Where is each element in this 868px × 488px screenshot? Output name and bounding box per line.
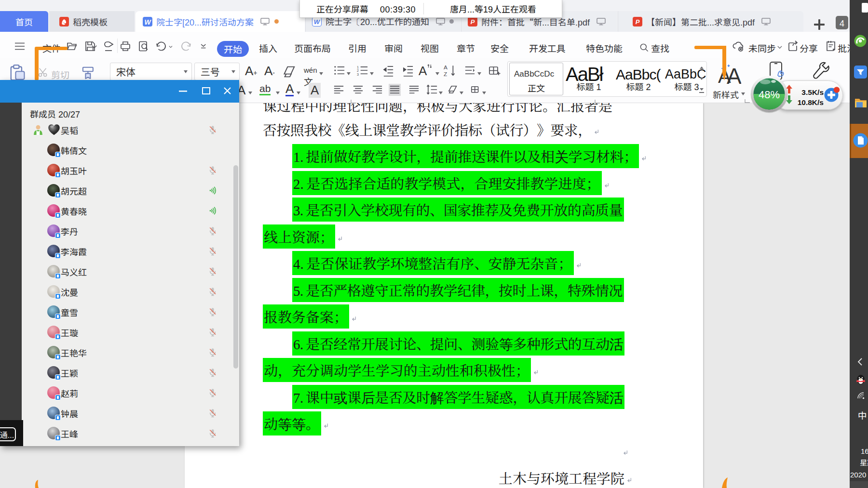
svg-text:48%: 48%: [759, 89, 780, 101]
svg-text:Z: Z: [444, 69, 447, 77]
svg-text:3: 3: [357, 72, 359, 77]
